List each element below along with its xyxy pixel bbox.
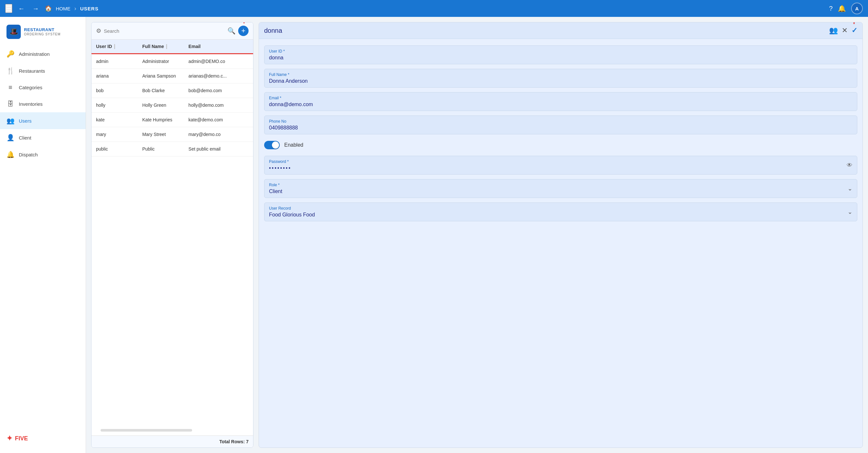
full-name-label: Full Name * bbox=[269, 72, 852, 77]
phone-field: Phone No bbox=[264, 116, 857, 134]
logo-text: RESTAURANT ORDERING SYSTEM bbox=[24, 27, 61, 36]
sidebar-item-users[interactable]: 👥 Users bbox=[0, 112, 86, 129]
sidebar-bottom: ✦ FIVE bbox=[0, 429, 86, 448]
user-record-value: Food Glorious Food bbox=[269, 212, 315, 217]
cell-user-id: ariana bbox=[96, 73, 142, 79]
user-record-field: User Record Food Glorious Food ⌄ bbox=[264, 203, 857, 221]
horizontal-scrollbar[interactable] bbox=[92, 425, 253, 435]
five-logo: ✦ FIVE bbox=[6, 434, 79, 443]
logo-sub-text: ORDERING SYSTEM bbox=[24, 32, 61, 36]
email-input[interactable] bbox=[269, 101, 852, 108]
sidebar: 🎩 RESTAURANT ORDERING SYSTEM 🔑 Administr… bbox=[0, 17, 86, 453]
sidebar-item-categories[interactable]: ≡ Categories bbox=[0, 79, 86, 96]
table-row[interactable]: kate Kate Humpries kate@demo.com bbox=[92, 113, 253, 127]
home-label[interactable]: HOME bbox=[56, 6, 70, 11]
enabled-label: Enabled bbox=[284, 142, 303, 148]
restaurant-icon: 🍴 bbox=[6, 67, 14, 74]
sidebar-item-dispatch[interactable]: 🔔 Dispatch bbox=[0, 146, 86, 163]
users-icon: 👥 bbox=[6, 117, 14, 125]
main-layout: 🎩 RESTAURANT ORDERING SYSTEM 🔑 Administr… bbox=[0, 17, 868, 453]
role-value: Client bbox=[269, 188, 282, 194]
sidebar-label-users: Users bbox=[19, 118, 31, 124]
table-row[interactable]: public Public Set public email bbox=[92, 142, 253, 156]
phone-label: Phone No bbox=[269, 119, 852, 124]
breadcrumb-separator: › bbox=[74, 5, 76, 12]
table-body: admin Administrator admin@DEMO.co ariana… bbox=[92, 54, 253, 425]
search-button[interactable]: 🔍 bbox=[227, 27, 236, 35]
cell-user-id: bob bbox=[96, 88, 142, 93]
role-field: Role * Client ⌄ bbox=[264, 179, 857, 198]
role-dropdown-button[interactable]: ⌄ bbox=[847, 185, 852, 192]
detail-header-actions: 👥 ✕ ✓ bbox=[829, 26, 857, 35]
categories-icon: ≡ bbox=[6, 84, 14, 91]
sidebar-item-inventories[interactable]: 🗄 Inventories bbox=[0, 96, 86, 112]
confirm-button[interactable]: ✓ bbox=[851, 26, 857, 35]
sidebar-label-inventories: Inventories bbox=[19, 101, 42, 107]
detail-title: donna bbox=[264, 27, 829, 34]
cell-user-id: public bbox=[96, 146, 142, 152]
table-row[interactable]: admin Administrator admin@DEMO.co bbox=[92, 54, 253, 69]
avatar[interactable]: A bbox=[851, 3, 863, 14]
cell-email: admin@DEMO.co bbox=[188, 59, 249, 64]
table-row[interactable]: ariana Ariana Sampson arianas@demo.c... bbox=[92, 69, 253, 83]
column-header-full-name: Full Name | bbox=[142, 43, 188, 49]
cell-full-name: Mary Street bbox=[142, 132, 188, 137]
back-button[interactable]: ← bbox=[16, 4, 27, 13]
email-field: Email * bbox=[264, 92, 857, 111]
user-record-label: User Record bbox=[269, 206, 847, 211]
key-icon: 🔑 bbox=[6, 50, 14, 58]
cell-email: holly@demo.com bbox=[188, 102, 249, 108]
close-button[interactable]: ✕ bbox=[842, 26, 847, 35]
filter-icon[interactable]: ⚙ bbox=[96, 27, 101, 34]
notifications-icon[interactable]: 🔔 bbox=[838, 4, 846, 12]
show-password-button[interactable]: 👁 bbox=[846, 162, 852, 169]
table-row[interactable]: bob Bob Clarke bob@demo.com bbox=[92, 83, 253, 98]
table-toolbar: ⚙ 🔍 + bbox=[92, 22, 253, 39]
client-icon: 👤 bbox=[6, 134, 14, 142]
sidebar-label-categories: Categories bbox=[19, 85, 42, 90]
cell-full-name: Public bbox=[142, 146, 188, 152]
cell-email: mary@demo.co bbox=[188, 132, 249, 137]
cell-user-id: admin bbox=[96, 59, 142, 64]
add-user-button[interactable]: + bbox=[238, 26, 249, 36]
logo-main-text: RESTAURANT bbox=[24, 27, 61, 32]
cell-email: Set public email bbox=[188, 146, 249, 152]
cell-full-name: Administrator bbox=[142, 59, 188, 64]
content-area: ⚙ 🔍 + bbox=[86, 17, 868, 453]
search-input[interactable] bbox=[104, 28, 225, 34]
user-id-field: User ID * bbox=[264, 46, 857, 64]
sidebar-item-administration[interactable]: 🔑 Administration bbox=[0, 46, 86, 62]
user-record-dropdown-button[interactable]: ⌄ bbox=[847, 208, 852, 215]
full-name-input[interactable] bbox=[269, 78, 852, 84]
add-arrow-annotation bbox=[235, 22, 251, 27]
dispatch-icon: 🔔 bbox=[6, 151, 14, 158]
phone-input[interactable] bbox=[269, 125, 852, 131]
sidebar-label-restaurants: Restaurants bbox=[19, 68, 45, 74]
users-group-icon[interactable]: 👥 bbox=[829, 26, 838, 35]
enabled-toggle[interactable] bbox=[264, 141, 280, 149]
user-id-input[interactable] bbox=[269, 55, 852, 61]
page-title: USERS bbox=[80, 6, 99, 11]
sidebar-label-administration: Administration bbox=[19, 51, 50, 57]
logo-icon: 🎩 bbox=[6, 25, 21, 39]
help-icon[interactable]: ? bbox=[829, 5, 833, 12]
table-row[interactable]: mary Mary Street mary@demo.co bbox=[92, 127, 253, 142]
cell-email: bob@demo.com bbox=[188, 88, 249, 93]
toggle-knob bbox=[272, 142, 279, 149]
table-header: User ID | Full Name | Email bbox=[92, 39, 253, 54]
sidebar-label-dispatch: Dispatch bbox=[19, 152, 38, 157]
enabled-row: Enabled bbox=[264, 139, 857, 151]
menu-icon[interactable]: ☰ bbox=[5, 4, 12, 13]
email-label: Email * bbox=[269, 96, 852, 100]
sidebar-item-restaurants[interactable]: 🍴 Restaurants bbox=[0, 62, 86, 79]
password-dots: •••••••• bbox=[269, 165, 291, 171]
sidebar-item-client[interactable]: 👤 Client bbox=[0, 129, 86, 146]
total-rows-label: Total Rows: 7 bbox=[219, 439, 249, 444]
password-label: Password * bbox=[269, 159, 846, 164]
cell-email: kate@demo.com bbox=[188, 117, 249, 122]
table-row[interactable]: holly Holly Green holly@demo.com bbox=[92, 98, 253, 113]
password-field: Password * •••••••• 👁 bbox=[264, 156, 857, 175]
logo-hat-icon: 🎩 bbox=[9, 28, 18, 36]
cell-full-name: Kate Humpries bbox=[142, 117, 188, 122]
forward-button[interactable]: → bbox=[31, 4, 41, 13]
